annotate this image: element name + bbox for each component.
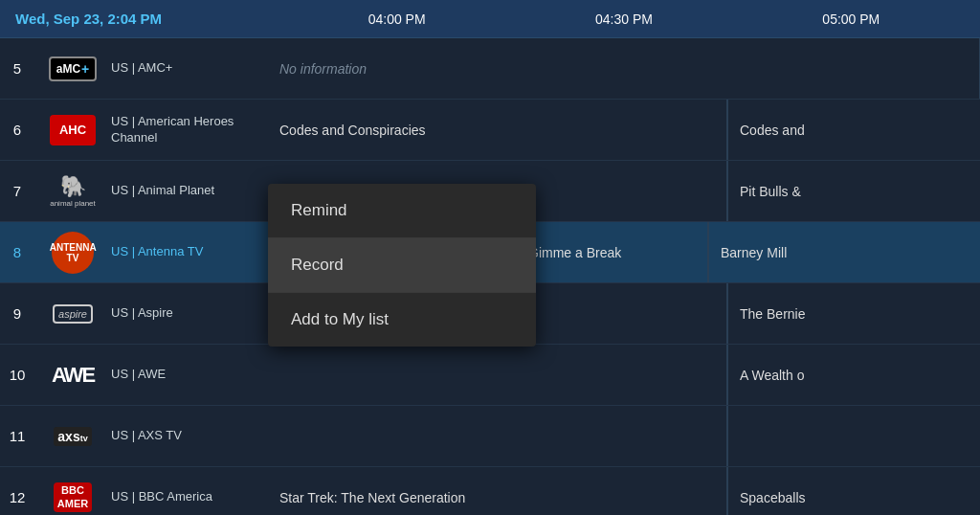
program-block-right[interactable]: Spaceballs [727, 467, 980, 515]
program-block-main[interactable] [268, 406, 727, 466]
channel-row[interactable]: 10 AWE US | AWE A Wealth o [0, 345, 980, 406]
channel-name: US | AWE [111, 367, 268, 383]
context-menu-item[interactable]: Add to My list [268, 293, 536, 347]
channel-row[interactable]: 5 aMC+ US | AMC+ No information [0, 38, 980, 100]
epg-header: Wed, Sep 23, 2:04 PM 04:00 PM 04:30 PM 0… [0, 0, 980, 38]
channel-row[interactable]: 12 BBCAMER US | BBC America Star Trek: T… [0, 467, 980, 515]
channel-logo-container: AHC [34, 100, 111, 160]
channel-number: 12 [0, 489, 34, 505]
program-block-main[interactable] [268, 345, 727, 405]
channel-logo-ap: 🐘animal planet [50, 174, 96, 208]
time-slots: 04:00 PM 04:30 PM 05:00 PM [283, 11, 965, 27]
channel-logo-ahc: AHC [50, 115, 96, 146]
time-slot-3: 05:00 PM [738, 11, 965, 27]
channel-number: 8 [0, 244, 34, 260]
channel-name: US | BBC America [111, 489, 268, 505]
channel-number: 10 [0, 367, 34, 383]
channel-logo-awe: AWE [52, 363, 94, 388]
channel-logo-antenna: ANTENNA TV [52, 232, 94, 274]
program-block-right[interactable]: A Wealth o [727, 345, 980, 405]
program-block-right[interactable]: Codes and [727, 100, 980, 160]
channel-logo-aspire: aspire [53, 304, 93, 324]
channel-logo-amc: aMC+ [49, 56, 98, 81]
program-block-far[interactable]: Barney Mill [708, 222, 980, 282]
channel-name: US | Antenna TV [111, 244, 268, 260]
channel-name: US | AMC+ [111, 60, 268, 77]
channel-name: US | American Heroes Channel [111, 114, 268, 146]
time-slot-2: 04:30 PM [510, 11, 737, 27]
context-menu-item[interactable]: Remind [268, 184, 536, 238]
channel-logo-container: ANTENNA TV [34, 222, 111, 282]
programs-area: Codes and Conspiracies Codes and [268, 100, 980, 160]
programs-area: A Wealth o [268, 345, 980, 405]
programs-area: No information [268, 38, 980, 99]
channel-logo-container: AWE [34, 345, 111, 405]
channel-number: 11 [0, 428, 34, 444]
program-block-next[interactable]: Gimme a Break [517, 222, 708, 282]
channel-logo-bbc: BBCAMER [54, 482, 92, 511]
channel-name: US | Aspire [111, 305, 268, 322]
program-block-main[interactable]: Codes and Conspiracies [268, 100, 727, 160]
channel-logo-container: 🐘animal planet [34, 161, 111, 221]
channel-row[interactable]: 6 AHC US | American Heroes Channel Codes… [0, 100, 980, 161]
current-datetime: Wed, Sep 23, 2:04 PM [15, 11, 283, 27]
program-block-right[interactable] [727, 406, 980, 466]
channel-logo-container: aMC+ [34, 38, 111, 99]
channel-logo-axs: axstv [54, 427, 91, 446]
programs-area [268, 406, 980, 466]
channel-logo-container: axstv [34, 406, 111, 466]
channel-logo-container: BBCAMER [34, 467, 111, 515]
program-block-noinfo: No information [268, 38, 980, 99]
channel-number: 6 [0, 122, 34, 138]
channel-number: 7 [0, 183, 34, 199]
time-slot-1: 04:00 PM [283, 11, 510, 27]
program-block-right[interactable]: The Bernie [727, 283, 980, 344]
channel-number: 9 [0, 305, 34, 322]
programs-area: Star Trek: The Next Generation Spaceball… [268, 467, 980, 515]
channel-number: 5 [0, 60, 34, 77]
context-menu-item[interactable]: Record [268, 238, 536, 293]
channel-row[interactable]: 11 axstv US | AXS TV [0, 406, 980, 467]
context-menu: RemindRecordAdd to My list [268, 184, 536, 347]
program-block-main[interactable]: Star Trek: The Next Generation [268, 467, 727, 515]
channel-name: US | AXS TV [111, 428, 268, 444]
program-block-right[interactable]: Pit Bulls & [727, 161, 980, 221]
channel-logo-container: aspire [34, 283, 111, 344]
channel-name: US | Animal Planet [111, 183, 268, 199]
